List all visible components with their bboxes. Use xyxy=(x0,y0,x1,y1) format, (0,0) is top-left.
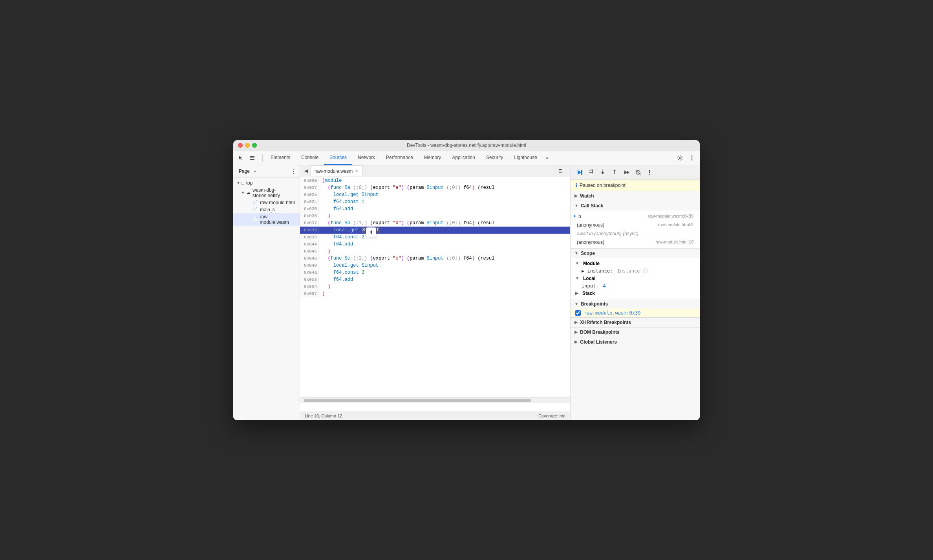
tree-item-domain[interactable]: ▼ ☁ wasm-dbg-stories.netlify xyxy=(233,187,300,199)
maximize-button[interactable] xyxy=(252,143,257,148)
code-line-0x044: 0x044 f64.add xyxy=(300,241,570,248)
watch-section: ▶ Watch xyxy=(571,191,700,201)
editor-toolbar xyxy=(363,167,569,175)
tree-item-top[interactable]: ▼ □ top xyxy=(233,179,300,187)
svg-rect-8 xyxy=(559,171,561,172)
sidebar-more-button[interactable]: » xyxy=(254,169,256,174)
more-options-icon[interactable] xyxy=(687,153,697,163)
scope-local-label: Local xyxy=(583,276,595,281)
editor-tab-wasm[interactable]: raw-module.wasm ✕ xyxy=(310,165,362,176)
tab-console[interactable]: Console xyxy=(296,151,324,165)
svg-marker-14 xyxy=(592,171,593,174)
watch-arrow: ▶ xyxy=(574,194,578,198)
drawer-icon[interactable] xyxy=(247,153,257,163)
code-line-0x048: 0x048 local.get $input xyxy=(300,262,570,269)
scope-module-instance: ▶ instance: Instance {} xyxy=(571,267,700,275)
scope-module-label: Module xyxy=(583,261,600,266)
tree-item-wasm[interactable]: 📄 raw-module.wasm xyxy=(233,213,300,226)
cursor-icon[interactable] xyxy=(236,153,246,163)
editor-back-button[interactable]: ◀ xyxy=(302,167,310,175)
resume-button[interactable] xyxy=(574,168,584,177)
callstack-async-label: await in (anonymous) (async) xyxy=(577,231,638,236)
paused-message: Paused on breakpoint xyxy=(580,183,626,188)
minimize-button[interactable] xyxy=(245,143,250,148)
deactivate-breakpoints-button[interactable] xyxy=(633,168,643,177)
svg-point-6 xyxy=(692,159,693,161)
svg-point-4 xyxy=(692,156,693,157)
code-line-0x037: 0x037 (func $b (;1;) (export "b") (param… xyxy=(300,220,570,227)
tab-security[interactable]: Security xyxy=(481,151,509,165)
instance-key: ▶ instance: xyxy=(582,268,613,274)
scope-module-group[interactable]: ▼ Module xyxy=(571,260,700,267)
tree-label-main-js: main.js xyxy=(260,207,275,212)
debugger-panel: ℹ Paused on breakpoint ▶ Watch ▼ Call St… xyxy=(570,165,700,420)
code-editor[interactable]: 0x000 (module 0x027 (func $a (;0;) (expo… xyxy=(300,177,570,412)
callstack-item-b[interactable]: b raw-module.wasm:0x39 xyxy=(571,212,700,221)
svg-rect-0 xyxy=(250,156,254,157)
tab-elements[interactable]: Elements xyxy=(265,151,296,165)
svg-rect-2 xyxy=(250,159,254,160)
global-listeners-section: ▶ Global Listeners xyxy=(571,337,700,347)
global-listeners-header[interactable]: ▶ Global Listeners xyxy=(571,337,700,347)
status-bar: Line 10, Column 12 Coverage: n/a xyxy=(300,412,570,420)
svg-line-21 xyxy=(636,170,640,175)
scope-header[interactable]: ▼ Scope xyxy=(571,249,700,258)
callstack-item-anon2[interactable]: (anonymous) raw-module.html:10 xyxy=(571,238,700,247)
frame-icon: □ xyxy=(241,181,244,185)
code-line-0x054: 0x054 ) xyxy=(300,283,570,290)
scope-local-group[interactable]: ▼ Local xyxy=(571,275,700,282)
callstack-item-anon1[interactable]: (anonymous) raw-module.html:9 xyxy=(571,221,700,229)
format-button[interactable] xyxy=(557,167,565,175)
step-over-button[interactable] xyxy=(586,168,596,177)
step-out-button[interactable] xyxy=(610,168,619,177)
tab-more-button[interactable]: » xyxy=(543,151,551,165)
tree-item-main-js[interactable]: 📄 main.js xyxy=(233,206,300,213)
close-button[interactable] xyxy=(238,143,243,148)
code-line-0x027: 0x027 (func $a (;0;) (export "a") (param… xyxy=(300,184,570,191)
tree-arrow-domain: ▼ xyxy=(241,190,245,195)
dom-arrow: ▶ xyxy=(574,330,578,334)
callstack-loc-b: raw-module.wasm:0x39 xyxy=(648,214,693,219)
editor-tab-close-button[interactable]: ✕ xyxy=(355,169,358,173)
callstack-body: b raw-module.wasm:0x39 (anonymous) raw-m… xyxy=(571,210,700,248)
debugger-toolbar xyxy=(571,165,700,180)
tab-network[interactable]: Network xyxy=(352,151,381,165)
scope-stack-group[interactable]: ▶ Stack xyxy=(571,289,700,297)
svg-rect-1 xyxy=(250,157,254,158)
sidebar-header: Page » ⋮ xyxy=(233,165,300,178)
tab-performance[interactable]: Performance xyxy=(381,151,419,165)
breakpoints-section: ▼ Breakpoints raw-module.wasm:0x39 xyxy=(571,299,700,318)
svg-rect-7 xyxy=(559,169,562,170)
tab-bar: Elements Console Sources Network Perform… xyxy=(265,151,670,165)
settings-icon[interactable] xyxy=(675,153,685,163)
xhr-breakpoints-header[interactable]: ▶ XHR/fetch Breakpoints xyxy=(571,318,700,327)
step-into-button[interactable] xyxy=(598,168,607,177)
tab-memory[interactable]: Memory xyxy=(419,151,446,165)
sidebar-menu-button[interactable]: ⋮ xyxy=(290,168,296,175)
callstack-loc-anon1: raw-module.html:9 xyxy=(658,222,693,228)
code-line-0x04a: 0x04a f64.const 3 xyxy=(300,269,570,276)
editor-tab-label: raw-module.wasm xyxy=(315,168,353,174)
svg-marker-10 xyxy=(578,170,581,175)
traffic-lights xyxy=(238,143,257,148)
tab-sources[interactable]: Sources xyxy=(324,151,352,165)
sidebar-page-tab[interactable]: Page xyxy=(236,168,252,175)
toolbar-left xyxy=(236,153,257,163)
tab-lighthouse[interactable]: Lighthouse xyxy=(509,151,543,165)
callstack-header[interactable]: ▼ Call Stack xyxy=(571,201,700,210)
svg-marker-20 xyxy=(627,170,629,174)
code-line-0x036: 0x036 ) xyxy=(300,212,570,220)
tree-arrow-top: ▼ xyxy=(236,181,240,185)
watch-header[interactable]: ▶ Watch xyxy=(571,191,700,201)
callstack-item-async: await in (anonymous) (async) xyxy=(571,229,700,238)
dom-breakpoints-header[interactable]: ▶ DOM Breakpoints xyxy=(571,328,700,337)
pause-on-exception-button[interactable] xyxy=(645,168,655,177)
breakpoints-header[interactable]: ▼ Breakpoints xyxy=(571,299,700,309)
tab-application[interactable]: Application xyxy=(446,151,481,165)
tree-label-top: top xyxy=(246,180,253,186)
horizontal-scrollbar[interactable] xyxy=(300,397,570,403)
tree-item-raw-html[interactable]: 📄 raw-module.html xyxy=(233,199,300,206)
step-button[interactable] xyxy=(622,168,631,177)
scope-module-arrow: ▼ xyxy=(575,261,579,265)
breakpoint-checkbox[interactable] xyxy=(575,310,581,316)
